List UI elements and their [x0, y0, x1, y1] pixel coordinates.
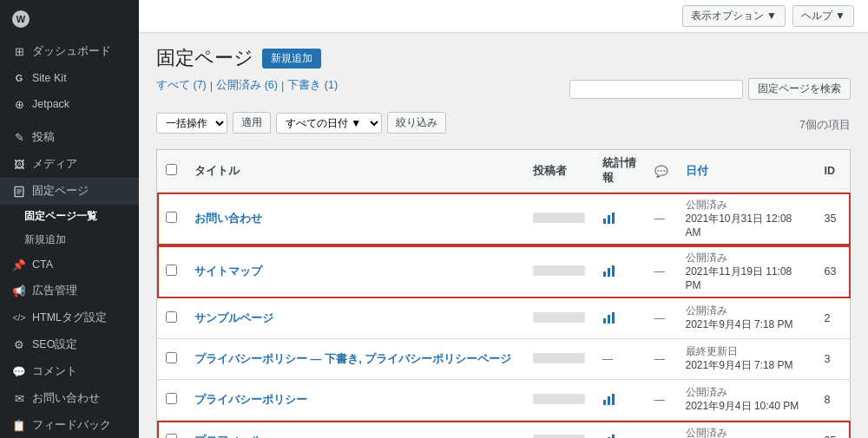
sidebar-item-admanage[interactable]: 📢 広告管理 — [0, 278, 139, 304]
row-comments-cell: — — [646, 421, 677, 439]
select-all-checkbox[interactable] — [166, 164, 177, 175]
help-label: ヘルプ ▼ — [801, 9, 845, 23]
sidebar-sub-pages-list[interactable]: 固定ページ一覧 — [0, 205, 139, 228]
sidebar-item-dashboard[interactable]: ⊞ ダッシュボード — [0, 38, 139, 65]
filter-bar: 一括操作 適用 すべての日付 ▼ 絞り込み — [156, 112, 446, 134]
row-title-link[interactable]: プライバシーポリシー — 下書き, プライバシーポリシーページ — [194, 352, 511, 365]
date-filter-select[interactable]: すべての日付 ▼ — [276, 113, 382, 134]
sidebar-item-pages[interactable]: 固定ページ — [0, 178, 139, 205]
comments-value: — — [654, 353, 666, 365]
sidebar-item-media[interactable]: 🖼 メディア — [0, 151, 139, 178]
col-author-header: 投稿者 — [524, 150, 594, 193]
table-row: プライバシーポリシー — 下書き, プライバシーポリシーページ——最終更新日20… — [157, 339, 851, 380]
row-checkbox[interactable] — [166, 434, 177, 438]
filter-published-link[interactable]: 公開済み (6) — [216, 78, 278, 93]
comments-value: — — [654, 265, 666, 278]
htmltag-icon: </> — [12, 311, 26, 325]
sidebar-item-cta[interactable]: 📌 CTA — [0, 252, 139, 278]
sidebar-item-contact[interactable]: ✉ お問い合わせ — [0, 385, 139, 412]
stats-bar-icon — [602, 213, 616, 227]
row-title-cell: サンプルページ — [186, 298, 524, 339]
row-title-link[interactable]: プライバシーポリシー — [194, 393, 307, 406]
author-value — [533, 212, 585, 223]
svg-rect-10 — [603, 318, 606, 324]
main-content: 表示オプション ▼ ヘルプ ▼ 固定ページ 新規追加 すべて (7) | 公開済… — [139, 0, 868, 438]
row-stats-cell: — — [594, 339, 646, 380]
filter-all-link[interactable]: すべて (7) — [156, 78, 207, 93]
row-checkbox[interactable] — [166, 311, 177, 323]
narrow-button[interactable]: 絞り込み — [387, 112, 446, 134]
sidebar-item-label: 広告管理 — [32, 284, 77, 298]
sidebar-item-label: Site Kit — [32, 72, 67, 84]
row-checkbox[interactable] — [166, 212, 177, 223]
svg-rect-14 — [608, 396, 610, 405]
filter-draft-link[interactable]: 下書き (1) — [287, 78, 338, 93]
author-value — [533, 265, 585, 276]
svg-rect-18 — [612, 435, 615, 439]
content-area: 固定ページ 新規追加 すべて (7) | 公開済み (6) | 下書き (1) … — [139, 33, 868, 438]
sidebar-sub-pages-new[interactable]: 新規追加 — [0, 228, 139, 252]
row-title-link[interactable]: サイトマップ — [194, 265, 262, 278]
sidebar-item-comments[interactable]: 💬 コメント — [0, 358, 139, 385]
comments-value: — — [654, 435, 666, 438]
sidebar-item-sitekit[interactable]: G Site Kit — [0, 65, 139, 91]
author-value — [533, 394, 585, 404]
row-checkbox[interactable] — [166, 352, 177, 363]
svg-rect-5 — [608, 215, 610, 224]
row-author-cell — [524, 380, 594, 421]
comment-bubble-icon: 💬 — [654, 166, 668, 178]
row-checkbox[interactable] — [166, 393, 177, 404]
row-id-cell: 63 — [816, 245, 851, 298]
apply-button[interactable]: 適用 — [233, 112, 271, 134]
row-checkbox[interactable] — [166, 265, 177, 276]
search-button[interactable]: 固定ページを検索 — [748, 78, 851, 100]
stats-dash: — — [602, 353, 614, 365]
row-date-cell: 最終更新日2021年9月4日 7:18 PM — [677, 339, 816, 380]
page-title-row: 固定ページ 新規追加 — [156, 45, 851, 71]
display-options-button[interactable]: 表示オプション ▼ — [682, 5, 786, 27]
row-comments-cell: — — [646, 339, 677, 380]
row-author-cell — [524, 193, 594, 245]
table-row: サイトマップ—公開済み2021年11月19日 11:08 PM63 — [157, 245, 851, 298]
row-stats-cell — [594, 298, 646, 339]
new-add-button[interactable]: 新規追加 — [262, 49, 321, 69]
svg-rect-8 — [608, 268, 610, 277]
row-title-link[interactable]: プロフィール — [194, 434, 262, 438]
sidebar: W ⊞ ダッシュボード G Site Kit ⊕ Jetpack ✎ 投稿 🖼 … — [0, 0, 139, 438]
sidebar-item-jetpack[interactable]: ⊕ Jetpack — [0, 91, 139, 117]
search-input[interactable] — [569, 80, 743, 99]
col-date-header: 日付 — [677, 150, 816, 193]
sidebar-item-feedback[interactable]: 📋 フィードバック — [0, 412, 139, 438]
date-sort-link[interactable]: 日付 — [686, 165, 708, 177]
row-title-link[interactable]: サンプルページ — [194, 311, 273, 324]
row-id-cell: 3 — [816, 339, 851, 380]
row-id-cell: 35 — [816, 193, 851, 245]
sidebar-item-htmltag[interactable]: </> HTMLタグ設定 — [0, 304, 139, 331]
col-comment-header: 💬 — [646, 150, 677, 193]
bulk-action-select[interactable]: 一括操作 — [156, 113, 227, 134]
row-stats-cell — [594, 245, 646, 298]
filter-links: すべて (7) | 公開済み (6) | 下書き (1) — [156, 78, 338, 98]
row-status: 公開済み — [686, 252, 807, 265]
sidebar-item-label: フィードバック — [32, 418, 111, 433]
help-button[interactable]: ヘルプ ▼ — [792, 5, 854, 27]
sidebar-item-label: SEO設定 — [32, 337, 77, 352]
stats-bar-icon — [602, 395, 616, 409]
row-author-cell — [524, 298, 594, 339]
sidebar-item-label: 投稿 — [32, 130, 55, 145]
sidebar-item-seo[interactable]: ⚙ SEO設定 — [0, 331, 139, 358]
sidebar-sub-label: 固定ページ一覧 — [24, 209, 97, 224]
svg-rect-15 — [612, 394, 615, 405]
row-title-cell: サイトマップ — [186, 245, 524, 298]
pages-table: タイトル 投稿者 統計情報 💬 日付 ID — [156, 149, 851, 438]
row-date-cell: 公開済み2022年2月9日 2:33 AM — [677, 421, 816, 439]
svg-rect-13 — [603, 400, 606, 405]
page-title: 固定ページ — [156, 45, 253, 71]
row-id-cell: 95 — [816, 421, 851, 439]
row-title-link[interactable]: お問い合わせ — [194, 212, 262, 225]
sidebar-item-posts[interactable]: ✎ 投稿 — [0, 124, 139, 151]
row-title-cell: プライバシーポリシー — [186, 380, 524, 421]
row-title-cell: プロフィール — [186, 421, 524, 439]
row-date-cell: 公開済み2021年11月19日 11:08 PM — [677, 245, 816, 298]
sidebar-item-label: 固定ページ — [32, 184, 89, 199]
